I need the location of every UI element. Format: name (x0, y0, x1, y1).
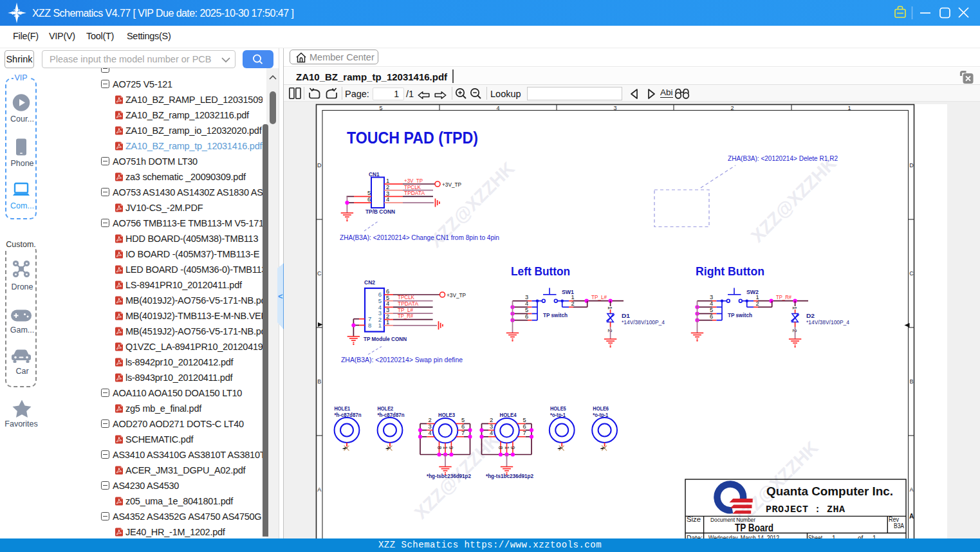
svg-text:*14V/38V/100P_4: *14V/38V/100P_4 (806, 318, 850, 326)
svg-text:3: 3 (613, 105, 616, 111)
svg-text:C: C (317, 270, 322, 277)
svg-text:CN2: CN2 (364, 279, 375, 286)
svg-text:2: 2 (571, 300, 575, 307)
svg-text:9: 9 (448, 446, 454, 450)
svg-text:C: C (909, 270, 914, 277)
svg-text:Right Button: Right Button (696, 264, 764, 278)
svg-text:TP_R#: TP_R# (776, 293, 792, 300)
svg-text:TOUCH PAD (TPD): TOUCH PAD (TPD) (347, 129, 478, 147)
svg-text:7: 7 (523, 430, 526, 436)
svg-text:9: 9 (510, 446, 516, 450)
svg-text:B: B (909, 378, 913, 385)
svg-text:5: 5 (367, 190, 371, 196)
svg-text:4: 4 (496, 105, 499, 111)
svg-text:HOLE4: HOLE4 (500, 411, 517, 418)
svg-text:5: 5 (379, 105, 382, 111)
svg-text:1: 1 (442, 446, 448, 450)
svg-text:6: 6 (710, 313, 713, 320)
svg-text:A: A (909, 513, 914, 520)
svg-text:6: 6 (386, 288, 389, 295)
svg-text:*hg-tsbc236d91p2: *hg-tsbc236d91p2 (427, 472, 471, 479)
svg-text:1: 1 (386, 178, 389, 184)
svg-text:3: 3 (386, 190, 389, 197)
svg-text:3: 3 (490, 423, 493, 430)
svg-text:Left Button: Left Button (511, 264, 570, 278)
svg-text:Size: Size (687, 515, 701, 523)
svg-text:*h-c87d87n: *h-c87d87n (378, 411, 405, 418)
svg-text:TP Board: TP Board (735, 522, 773, 533)
svg-text:2: 2 (429, 417, 432, 423)
svg-text:B: B (317, 378, 321, 385)
svg-text:1: 1 (756, 294, 759, 300)
svg-text:5: 5 (710, 307, 713, 313)
svg-text:HOLE3: HOLE3 (438, 411, 455, 418)
svg-text:1: 1 (378, 322, 382, 329)
svg-text:TP switch: TP switch (728, 311, 752, 318)
svg-text:A: A (909, 486, 913, 493)
svg-text:+3V_TP: +3V_TP (442, 181, 461, 188)
svg-text:4: 4 (490, 430, 493, 436)
svg-text:*o-tp-1: *o-tp-1 (593, 411, 608, 418)
svg-text:6: 6 (461, 423, 465, 430)
svg-text:PROJECT : ZHA: PROJECT : ZHA (766, 504, 846, 515)
svg-text:Quanta Computer Inc.: Quanta Computer Inc. (766, 484, 893, 498)
svg-text:1: 1 (607, 306, 613, 309)
svg-text:5: 5 (523, 417, 526, 423)
svg-text:ZHA(B3A): <20120214> Delete R1: ZHA(B3A): <20120214> Delete R1,R2 (728, 155, 838, 162)
svg-text:3: 3 (525, 294, 528, 300)
svg-text:A: A (317, 486, 321, 493)
svg-text:5: 5 (461, 417, 465, 423)
svg-text:*o-tp-1: *o-tp-1 (550, 411, 566, 418)
svg-text:7: 7 (461, 430, 465, 436)
svg-text:4: 4 (525, 300, 528, 307)
svg-text:2: 2 (490, 417, 493, 423)
svg-text:6: 6 (523, 423, 526, 430)
svg-text:2: 2 (386, 184, 389, 190)
svg-text:4: 4 (429, 430, 432, 436)
svg-text:4: 4 (386, 300, 389, 307)
svg-text:3: 3 (429, 423, 432, 430)
svg-text:2: 2 (730, 105, 734, 111)
svg-text:TP Module CONN: TP Module CONN (364, 335, 407, 342)
svg-text:CN1: CN1 (369, 170, 380, 178)
svg-text:D: D (317, 162, 322, 169)
svg-text:1: 1 (791, 306, 798, 309)
svg-text:TPDATA: TPDATA (404, 189, 425, 196)
svg-text:*hg-ts1bc236d91p2: *hg-ts1bc236d91p2 (486, 472, 533, 479)
svg-text:TP switch: TP switch (543, 311, 568, 318)
svg-text:6: 6 (525, 313, 528, 320)
svg-text:4: 4 (386, 196, 389, 203)
svg-text:ZHA(B3A): <20120214> Swap pin: ZHA(B3A): <20120214> Swap pin define (341, 356, 463, 363)
svg-text:1: 1 (571, 294, 575, 300)
svg-text:4: 4 (710, 300, 713, 307)
svg-text:ZHA(B3A): <20120214> Change CN: ZHA(B3A): <20120214> Change CN1 from 8pi… (340, 234, 499, 241)
svg-text:2: 2 (756, 300, 759, 307)
svg-text:B3A: B3A (894, 522, 904, 529)
svg-text:8: 8 (436, 446, 443, 450)
svg-text:5: 5 (386, 295, 389, 301)
svg-text:6: 6 (367, 196, 371, 203)
svg-text:8: 8 (497, 446, 504, 450)
svg-text:TP_R#: TP_R# (398, 312, 414, 319)
svg-text:*h-c87d87n: *h-c87d87n (335, 411, 362, 418)
svg-text:5: 5 (525, 307, 528, 313)
svg-text:*14V/38V/100P_4: *14V/38V/100P_4 (622, 318, 665, 326)
svg-text:TP/B CONN: TP/B CONN (365, 208, 395, 215)
svg-text:3: 3 (710, 294, 713, 300)
svg-text:+3V_TP: +3V_TP (447, 291, 466, 299)
svg-text:1: 1 (504, 446, 510, 450)
svg-text:D: D (909, 162, 914, 169)
svg-text:1: 1 (847, 105, 851, 111)
svg-text:TP_L#: TP_L# (591, 293, 607, 300)
svg-text:8: 8 (368, 322, 371, 329)
